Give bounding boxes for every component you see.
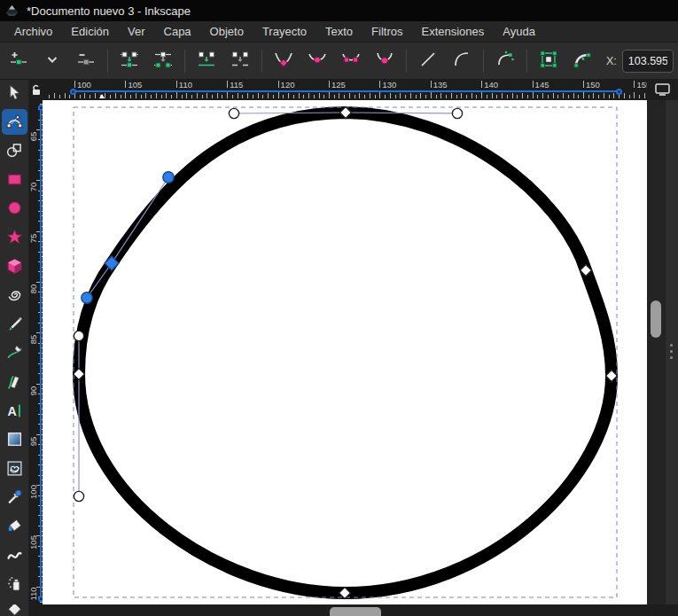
control-handle-circle[interactable]	[74, 491, 83, 501]
horizontal-ruler[interactable]: 100105110115120125130135140145150155	[29, 80, 647, 100]
ruler-tick	[176, 81, 177, 88]
control-handle-circle[interactable]	[229, 108, 238, 118]
horizontal-scrollbar-thumb[interactable]	[330, 607, 381, 616]
insert-node-button[interactable]	[2, 46, 35, 76]
horizontal-scrollbar[interactable]	[29, 604, 678, 616]
gradient-tool-button[interactable]	[2, 426, 27, 452]
paint-bucket-tool-button[interactable]	[2, 513, 27, 539]
ruler-tick	[84, 93, 85, 98]
ruler-tick	[212, 95, 213, 98]
node-symmetric-button[interactable]	[334, 46, 368, 76]
ruler-tick	[583, 92, 584, 98]
segment-curve-button[interactable]	[445, 46, 479, 76]
gradient-icon	[6, 431, 23, 448]
ruler-tick	[379, 81, 380, 88]
star-tool-button[interactable]	[2, 224, 27, 250]
ruler-tick	[156, 93, 157, 98]
vertical-scrollbar-thumb[interactable]	[651, 300, 661, 338]
x-coordinate-field-group: X:	[606, 50, 674, 73]
join-nodes-button[interactable]	[113, 46, 146, 76]
mesh-gradient-tool-button[interactable]	[2, 456, 27, 481]
menu-item-trayecto[interactable]: Trayecto	[257, 23, 312, 40]
menu-item-ver[interactable]: Ver	[122, 23, 151, 40]
node-editor-tool-button[interactable]	[2, 109, 27, 135]
menu-item-extensiones[interactable]: Extensiones	[416, 23, 489, 40]
ruler-tick	[339, 93, 339, 98]
ruler-tick	[69, 95, 70, 98]
ruler-tick	[604, 93, 604, 98]
ruler-tick	[49, 95, 50, 98]
ruler-tick	[247, 93, 248, 98]
dropper-tool-button[interactable]	[2, 484, 27, 510]
segment-line-button[interactable]	[411, 46, 445, 76]
shape-builder-tool-button[interactable]	[2, 137, 27, 163]
box3d-tool-button[interactable]	[2, 253, 27, 279]
ruler-label: 140	[484, 81, 498, 90]
delete-node-button[interactable]	[69, 46, 103, 76]
delete-segment-button[interactable]	[223, 46, 257, 76]
selected-control-handle-circle[interactable]	[82, 292, 92, 303]
dock-splitter[interactable]	[665, 100, 678, 604]
ruler-tick	[395, 95, 396, 98]
calligraphy-tool-button[interactable]	[2, 369, 27, 394]
ruler-lock-button[interactable]	[29, 80, 43, 100]
spray-tool-button[interactable]	[2, 571, 27, 597]
join-with-segment-button[interactable]	[190, 46, 223, 76]
ruler-label: 105	[128, 81, 142, 90]
pencil-icon	[6, 316, 23, 332]
ruler-tick	[410, 93, 411, 98]
ellipse-tool-button[interactable]	[2, 195, 27, 221]
ruler-tick	[527, 95, 528, 98]
ruler-tick	[375, 95, 376, 98]
menu-item-ayuda[interactable]: Ayuda	[497, 23, 541, 40]
shape-builder-icon	[6, 142, 23, 159]
tweak-tool-button[interactable]	[2, 542, 27, 568]
delete-node-icon	[76, 50, 96, 73]
ruler-tick	[222, 95, 222, 98]
control-handle-circle[interactable]	[452, 108, 462, 118]
menu-item-archivo[interactable]: Archivo	[9, 23, 58, 40]
ruler-tick	[262, 95, 263, 98]
vertical-ruler[interactable]: 65707580859095100105110	[29, 100, 43, 604]
ruler-tick	[141, 95, 142, 98]
text-tool-button[interactable]: A	[2, 398, 27, 424]
vertical-scrollbar[interactable]	[647, 100, 665, 604]
node-smooth-button[interactable]	[300, 46, 334, 76]
ruler-label: 150	[586, 81, 600, 90]
ruler-tick	[176, 92, 177, 98]
rectangle-tool-button[interactable]	[2, 167, 27, 192]
break-nodes-button[interactable]	[146, 46, 180, 76]
add-corners-lpe-button[interactable]	[488, 46, 522, 76]
control-handle-circle[interactable]	[74, 331, 83, 340]
insert-node-options-dropdown[interactable]	[35, 46, 69, 76]
ruler-tick	[319, 93, 320, 98]
pencil-tool-button[interactable]	[2, 311, 27, 337]
ruler-tick	[476, 95, 477, 98]
menu-item-texto[interactable]: Texto	[320, 23, 358, 40]
ruler-tick	[278, 92, 279, 98]
menu-item-edicion[interactable]: Edición	[66, 23, 114, 40]
selected-control-handle-circle[interactable]	[163, 172, 174, 183]
ruler-tick	[227, 81, 228, 88]
menu-item-objeto[interactable]: Objeto	[205, 23, 249, 40]
pen-tool-button[interactable]	[2, 339, 27, 365]
title-bar[interactable]: *Documento nuevo 3 - Inkscape	[0, 0, 678, 21]
x-coordinate-input[interactable]	[622, 50, 674, 73]
spiral-tool-button[interactable]	[2, 282, 27, 308]
menu-item-filtros[interactable]: Filtros	[366, 23, 408, 40]
display-mode-button[interactable]	[647, 80, 678, 100]
selection-extent-dot	[616, 89, 622, 95]
menu-item-capa[interactable]: Capa	[159, 23, 197, 40]
eraser-tool-button[interactable]	[2, 600, 27, 616]
dock-grip-icon[interactable]	[670, 344, 673, 359]
selected-path[interactable]	[79, 113, 612, 593]
node-auto-button[interactable]	[368, 46, 401, 76]
object-to-path-button[interactable]	[532, 46, 565, 76]
stroke-to-path-button[interactable]	[565, 46, 599, 76]
canvas[interactable]	[43, 100, 647, 604]
ruler-tick	[471, 93, 472, 98]
ruler-label: 145	[535, 81, 549, 90]
selector-tool-button[interactable]	[2, 80, 27, 105]
ruler-label: 130	[382, 81, 396, 90]
node-corner-button[interactable]	[267, 46, 300, 76]
